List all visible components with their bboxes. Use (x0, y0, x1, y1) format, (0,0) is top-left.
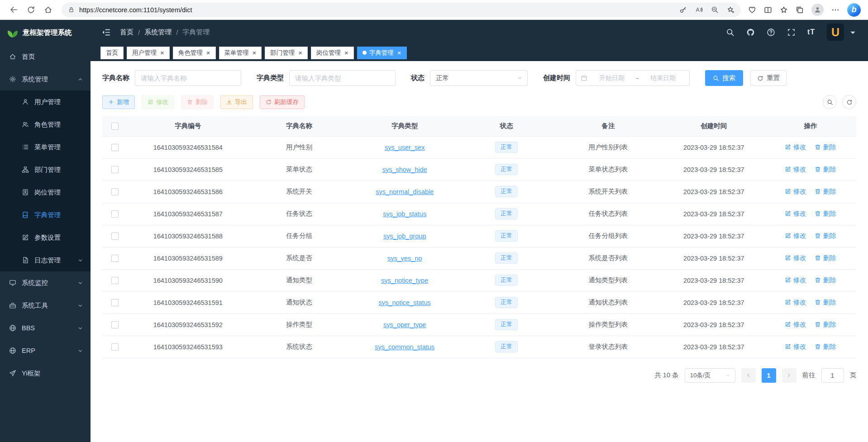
password-key-icon[interactable] (679, 6, 687, 14)
status-select[interactable]: 正常 (430, 70, 528, 86)
edit-row-button[interactable]: 修改 (785, 209, 806, 218)
sidebar-item-user[interactable]: 用户管理 (0, 90, 91, 113)
font-size-icon[interactable]: tT (807, 28, 815, 36)
delete-row-button[interactable]: 删除 (815, 276, 836, 285)
tab-close-icon[interactable]: × (298, 49, 302, 56)
delete-row-button[interactable]: 删除 (815, 232, 836, 240)
tab-close-icon[interactable]: × (344, 49, 348, 56)
export-button[interactable]: 导出 (220, 95, 253, 109)
row-checkbox[interactable] (111, 321, 119, 328)
delete-row-button[interactable]: 删除 (815, 254, 836, 262)
tab-close-icon[interactable]: × (206, 49, 210, 56)
edit-row-button[interactable]: 修改 (785, 165, 806, 174)
delete-row-button[interactable]: 删除 (815, 298, 836, 307)
sidebar-item-tools[interactable]: 系统工具 (0, 294, 91, 317)
address-bar[interactable]: https://ccnetcore.com:1101/system/dict A (62, 3, 741, 17)
site-info-icon[interactable] (68, 6, 75, 13)
edit-row-button[interactable]: 修改 (785, 320, 806, 329)
delete-row-button[interactable]: 删除 (815, 209, 836, 218)
date-range-picker[interactable]: 开始日期 - 结束日期 (576, 70, 690, 86)
edit-row-button[interactable]: 修改 (785, 276, 806, 285)
header-search-icon[interactable] (726, 28, 734, 37)
row-checkbox[interactable] (111, 233, 119, 240)
copilot-icon[interactable]: b (847, 3, 861, 17)
user-avatar[interactable]: U (827, 24, 844, 41)
delete-row-button[interactable]: 删除 (815, 320, 836, 329)
edit-row-button[interactable]: 修改 (785, 298, 806, 307)
row-checkbox[interactable] (111, 188, 119, 195)
dict-type-link[interactable]: sys_show_hide (382, 166, 427, 173)
row-checkbox[interactable] (111, 255, 119, 262)
add-button[interactable]: 新增 (102, 95, 135, 109)
edit-button[interactable]: 修改 (142, 95, 174, 109)
tab-dict[interactable]: 字典管理× (357, 47, 407, 59)
tab-home[interactable]: 首页 (100, 47, 124, 59)
row-checkbox[interactable] (111, 277, 119, 284)
dict-type-link[interactable]: sys_normal_disable (376, 188, 434, 195)
favorites-icon[interactable] (780, 6, 788, 14)
browser-essentials-icon[interactable] (748, 6, 756, 14)
row-checkbox[interactable] (111, 210, 119, 218)
delete-button[interactable]: 删除 (181, 95, 214, 109)
sidebar-item-dict[interactable]: 字典管理 (0, 204, 91, 226)
profile-avatar[interactable] (811, 4, 824, 16)
fullscreen-icon[interactable] (787, 28, 796, 37)
zoom-out-icon[interactable] (711, 6, 719, 14)
settings-menu-icon[interactable] (831, 6, 839, 14)
row-checkbox[interactable] (111, 166, 119, 173)
browser-back-button[interactable] (5, 2, 22, 18)
tab-post[interactable]: 岗位管理× (311, 47, 354, 59)
breadcrumb-item[interactable]: 首页 (120, 28, 134, 37)
dict-type-input[interactable] (289, 70, 396, 86)
dict-type-link[interactable]: sys_yes_no (387, 255, 422, 262)
row-checkbox[interactable] (111, 299, 119, 306)
sidebar-fold-icon[interactable] (101, 28, 111, 37)
tab-close-icon[interactable]: × (397, 49, 401, 56)
edit-row-button[interactable]: 修改 (785, 187, 806, 196)
dict-name-input[interactable] (135, 70, 241, 86)
edit-row-button[interactable]: 修改 (785, 254, 806, 262)
reset-button[interactable]: 重置 (750, 70, 787, 86)
sidebar-item-home[interactable]: 首页 (0, 45, 91, 68)
add-favorite-icon[interactable] (727, 6, 734, 14)
browser-refresh-button[interactable] (23, 2, 39, 18)
delete-row-button[interactable]: 删除 (815, 342, 836, 351)
url-text[interactable]: https://ccnetcore.com:1101/system/dict (79, 6, 675, 14)
sidebar-item-erp[interactable]: ERP (0, 339, 91, 362)
current-page[interactable]: 1 (762, 368, 776, 383)
browser-home-button[interactable] (40, 2, 56, 18)
sidebar-item-dept[interactable]: 部门管理 (0, 158, 91, 181)
delete-row-button[interactable]: 删除 (815, 143, 836, 152)
sidebar-item-log[interactable]: 日志管理 (0, 249, 91, 271)
tab-role[interactable]: 角色管理× (173, 47, 216, 59)
help-icon[interactable] (767, 28, 775, 37)
dict-type-link[interactable]: sys_oper_type (383, 321, 426, 328)
tab-user[interactable]: 用户管理× (127, 47, 170, 59)
edit-row-button[interactable]: 修改 (785, 342, 806, 351)
sidebar-item-param[interactable]: 参数设置 (0, 226, 91, 249)
dict-type-link[interactable]: sys_common_status (375, 343, 434, 351)
next-page-button[interactable] (782, 368, 796, 383)
edit-row-button[interactable]: 修改 (785, 232, 806, 240)
dict-type-link[interactable]: sys_job_group (383, 233, 426, 240)
row-checkbox[interactable] (111, 144, 119, 151)
dict-type-link[interactable]: sys_user_sex (385, 144, 425, 151)
edit-row-button[interactable]: 修改 (785, 143, 806, 152)
sidebar-item-yiframe[interactable]: Yi框架 (0, 362, 91, 385)
refresh-table-button[interactable] (842, 95, 856, 109)
select-all-checkbox[interactable] (111, 123, 119, 130)
tab-menu[interactable]: 菜单管理× (219, 47, 262, 59)
delete-row-button[interactable]: 删除 (815, 165, 836, 174)
tab-close-icon[interactable]: × (253, 49, 257, 56)
sidebar-item-system[interactable]: 系统管理 (0, 68, 91, 90)
tab-dept[interactable]: 部门管理× (265, 47, 308, 59)
refresh-cache-button[interactable]: 刷新缓存 (260, 95, 305, 109)
sidebar-item-role[interactable]: 角色管理 (0, 113, 91, 136)
dict-type-link[interactable]: sys_job_status (383, 210, 426, 218)
sidebar-item-menu[interactable]: 菜单管理 (0, 136, 91, 158)
tab-close-icon[interactable]: × (160, 49, 164, 56)
page-size-select[interactable]: 10条/页 (685, 368, 735, 383)
toggle-search-button[interactable] (823, 95, 837, 109)
row-checkbox[interactable] (111, 343, 119, 351)
sidebar-item-bbs[interactable]: BBS (0, 317, 91, 339)
